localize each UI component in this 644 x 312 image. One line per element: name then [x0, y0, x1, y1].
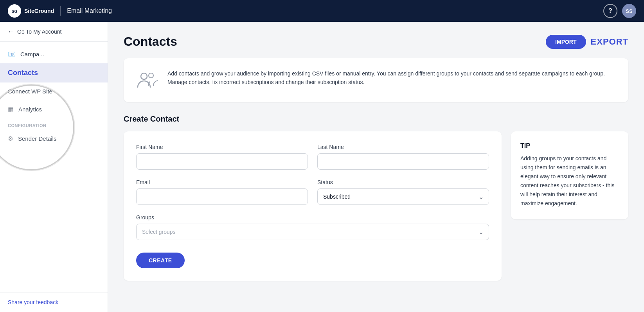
svg-point-3 — [149, 73, 153, 78]
create-contact-title: Create Contact — [124, 115, 628, 124]
user-avatar-button[interactable]: SS — [622, 4, 636, 18]
back-label: Go To My Account — [17, 29, 61, 35]
email-group: Email — [136, 179, 308, 205]
export-button[interactable]: EXPORT — [591, 37, 628, 47]
groups-label: Groups — [136, 214, 489, 221]
nav-app-name: Email Marketing — [67, 7, 112, 14]
info-card: Add contacts and grow your audience by i… — [124, 58, 628, 102]
configuration-section-label: CONFIGURATION — [0, 118, 108, 129]
page-header: Contacts IMPORT EXPORT — [124, 34, 628, 49]
sidebar-item-contacts[interactable]: Contacts — [0, 63, 108, 82]
sidebar-item-campaigns-label: Campa... — [20, 51, 44, 57]
sidebar-item-sender-details[interactable]: ⚙ Sender Details — [0, 129, 108, 148]
groups-select-wrapper: Select groups ⌄ — [136, 224, 489, 240]
first-name-input[interactable] — [136, 153, 308, 170]
email-status-row: Email Status Subscribed Unsubscribed Pen… — [136, 179, 489, 205]
help-button[interactable]: ? — [603, 4, 617, 18]
last-name-group: Last Name — [317, 144, 489, 170]
back-to-account[interactable]: ← Go To My Account — [0, 22, 108, 42]
sidebar-bottom: Share your feedback — [0, 292, 108, 312]
sidebar-item-campaigns[interactable]: 📧 Campa... — [0, 45, 108, 63]
sidebar-nav: 📧 Campa... Contacts Connect WP Site ▦ An… — [0, 42, 108, 292]
tip-text: Adding groups to your contacts and using… — [520, 154, 619, 208]
topnav: SG SiteGround Email Marketing ? SS — [0, 0, 644, 22]
header-actions: IMPORT EXPORT — [546, 35, 628, 49]
last-name-input[interactable] — [317, 153, 489, 170]
status-select-wrapper: Subscribed Unsubscribed Pending ⌄ — [317, 188, 489, 205]
tip-title: TIP — [520, 142, 619, 149]
sidebar-item-analytics[interactable]: ▦ Analytics — [0, 100, 108, 118]
siteground-logo-icon: SG — [8, 4, 21, 18]
tip-card: TIP Adding groups to your contacts and u… — [511, 131, 628, 219]
groups-group: Groups Select groups ⌄ — [136, 214, 489, 240]
form-container: First Name Last Name Email Stat — [124, 131, 628, 281]
nav-divider — [60, 6, 61, 16]
logo-text: SiteGround — [24, 8, 54, 14]
groups-select[interactable]: Select groups — [136, 224, 489, 240]
email-label: Email — [136, 179, 308, 185]
svg-text:SG: SG — [12, 9, 18, 14]
sidebar-item-sender-details-label: Sender Details — [18, 135, 56, 142]
main-content: Contacts IMPORT EXPORT Add contacts and … — [108, 22, 644, 312]
name-row: First Name Last Name — [136, 144, 489, 170]
analytics-icon: ▦ — [8, 106, 14, 113]
last-name-label: Last Name — [317, 144, 489, 150]
status-select[interactable]: Subscribed Unsubscribed Pending — [317, 188, 489, 205]
back-arrow-icon: ← — [8, 28, 14, 35]
sidebar-item-connect-wp[interactable]: Connect WP Site — [0, 82, 108, 100]
campaigns-icon: 📧 — [8, 50, 16, 58]
import-button[interactable]: IMPORT — [546, 35, 586, 49]
sidebar-item-connect-wp-label: Connect WP Site — [8, 88, 52, 95]
topnav-logo: SG SiteGround — [8, 4, 54, 18]
page-title: Contacts — [124, 34, 177, 49]
svg-point-2 — [141, 73, 147, 79]
create-button[interactable]: CREATE — [136, 253, 185, 268]
gear-icon: ⚙ — [8, 135, 13, 142]
status-group: Status Subscribed Unsubscribed Pending ⌄ — [317, 179, 489, 205]
groups-row: Groups Select groups ⌄ — [136, 214, 489, 240]
contacts-icon — [136, 69, 158, 91]
info-card-text: Add contacts and grow your audience by i… — [167, 69, 616, 87]
email-input[interactable] — [136, 188, 308, 205]
topnav-left: SG SiteGround Email Marketing — [8, 4, 112, 18]
topnav-right: ? SS — [603, 4, 636, 18]
feedback-link[interactable]: Share your feedback — [8, 299, 58, 305]
create-contact-form: First Name Last Name Email Stat — [124, 131, 502, 281]
sidebar: ← Go To My Account 📧 Campa... Contacts C… — [0, 22, 108, 312]
first-name-group: First Name — [136, 144, 308, 170]
first-name-label: First Name — [136, 144, 308, 150]
sidebar-item-analytics-label: Analytics — [18, 106, 42, 113]
sidebar-item-contacts-label: Contacts — [8, 69, 38, 77]
status-label: Status — [317, 179, 489, 185]
main-layout: ← Go To My Account 📧 Campa... Contacts C… — [0, 22, 644, 312]
